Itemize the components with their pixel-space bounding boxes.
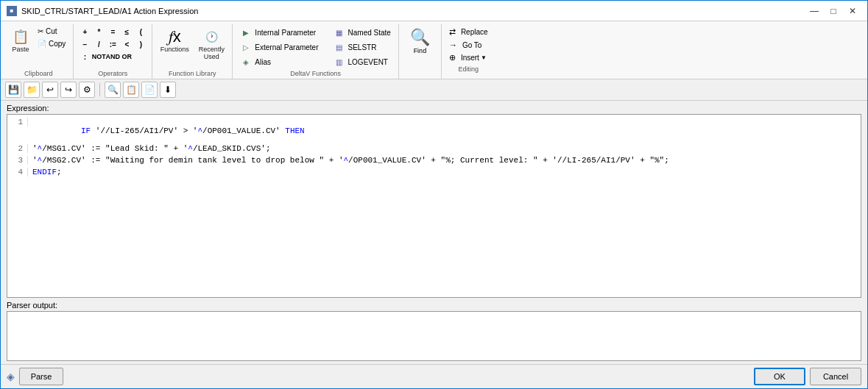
internal-param-icon: ▶ bbox=[240, 27, 252, 38]
op-lt[interactable]: < bbox=[120, 38, 133, 50]
ribbon: 📋 Paste ✂ Cut 📄 Copy Clipboard bbox=[1, 21, 867, 79]
tb2-clipboard-button[interactable]: 📋 bbox=[123, 82, 139, 98]
replace-button[interactable]: ⇄ Replace bbox=[446, 26, 491, 38]
cut-icon: ✂ bbox=[38, 27, 43, 35]
op-slash[interactable]: / bbox=[92, 38, 105, 50]
ribbon-group-deltav: ▶ Internal Parameter ▷ External Paramete… bbox=[233, 24, 399, 79]
recently-used-icon: 🕐 bbox=[202, 28, 220, 46]
insert-dropdown-arrow: ▼ bbox=[481, 54, 487, 61]
op-minus[interactable]: − bbox=[78, 38, 91, 50]
logevent-label: LOGEVENT bbox=[348, 58, 388, 66]
tb2-undo-button[interactable]: ↩ bbox=[42, 82, 58, 98]
op-plus[interactable]: + bbox=[78, 26, 91, 38]
cancel-button[interactable]: Cancel bbox=[810, 368, 861, 385]
go-to-label: Go To bbox=[462, 41, 482, 49]
ribbon-group-find: 🔍 Find bbox=[399, 24, 442, 79]
op-empty bbox=[134, 51, 147, 63]
selstr-icon: ▤ bbox=[334, 42, 345, 52]
selstr-button[interactable]: ▤ SELSTR bbox=[331, 40, 394, 54]
named-state-icon: ▦ bbox=[334, 27, 345, 38]
code-line-2: 2 '^/MSG1.CV' := "Lead Skid: " + '^/LEAD… bbox=[7, 144, 861, 156]
ribbon-group-editing: ⇄ Replace → Go To ⊕ Insert ▼ Editing bbox=[442, 24, 495, 79]
deltav-right-buttons: ▦ Named State ▤ SELSTR ▥ LOGEVENT bbox=[325, 26, 394, 68]
tb2-download-button[interactable]: ⬇ bbox=[160, 82, 176, 98]
editing-group-label: Editing bbox=[458, 65, 479, 73]
ok-button[interactable]: OK bbox=[754, 368, 805, 385]
main-window: ■ SKID_CTRL/START_LEAD/A1 Action Express… bbox=[0, 0, 868, 389]
op-star[interactable]: * bbox=[92, 26, 105, 38]
tb2-settings-button[interactable]: ⚙ bbox=[79, 82, 95, 98]
paste-button[interactable]: 📋 Paste bbox=[8, 26, 33, 55]
title-bar-left: ■ SKID_CTRL/START_LEAD/A1 Action Express… bbox=[7, 6, 198, 16]
operators-group-label: Operators bbox=[98, 70, 127, 77]
external-param-icon: ▷ bbox=[240, 42, 252, 52]
line-number-1: 1 bbox=[7, 118, 28, 126]
alias-label: Alias bbox=[255, 58, 271, 66]
op-eq[interactable]: = bbox=[106, 26, 119, 38]
title-bar: ■ SKID_CTRL/START_LEAD/A1 Action Express… bbox=[1, 1, 867, 21]
dialog-buttons: OK Cancel bbox=[754, 368, 861, 385]
insert-label: Insert bbox=[461, 54, 479, 62]
tb2-search-button[interactable]: 🔍 bbox=[105, 82, 121, 98]
tb2-doc-button[interactable]: 📄 bbox=[141, 82, 158, 98]
alias-button[interactable]: ◈ Alias bbox=[237, 55, 321, 68]
op-and[interactable]: AND bbox=[106, 51, 119, 63]
named-state-button[interactable]: ▦ Named State bbox=[331, 26, 394, 39]
tb2-save-button[interactable]: 💾 bbox=[5, 82, 21, 98]
deltav-buttons: ▶ Internal Parameter ▷ External Paramete… bbox=[237, 26, 321, 68]
close-button[interactable]: ✕ bbox=[844, 4, 861, 18]
code-line-3: 3 '^/MSG2.CV' := "Waiting for demin tank… bbox=[7, 156, 861, 168]
maximize-button[interactable]: □ bbox=[825, 4, 842, 18]
alias-icon: ◈ bbox=[240, 57, 252, 67]
op-rparen[interactable]: ) bbox=[134, 38, 147, 50]
tb2-open-button[interactable]: 📁 bbox=[24, 82, 40, 98]
op-or[interactable]: OR bbox=[120, 51, 133, 63]
bottom-bar: ◈ Parse OK Cancel bbox=[1, 364, 867, 388]
parser-output-area[interactable] bbox=[7, 311, 861, 361]
line-content-2: '^/MSG1.CV' := "Lead Skid: " + '^/LEAD_S… bbox=[32, 144, 861, 153]
copy-icon: 📄 bbox=[38, 40, 46, 48]
external-param-button[interactable]: ▷ External Parameter bbox=[237, 40, 321, 54]
recently-used-button[interactable]: 🕐 Recently Used bbox=[195, 26, 227, 63]
op-leq[interactable]: ≤ bbox=[120, 26, 133, 38]
selstr-label: SELSTR bbox=[348, 43, 377, 51]
cut-button[interactable]: ✂ Cut bbox=[35, 26, 68, 37]
op-lparen[interactable]: ( bbox=[134, 26, 147, 38]
code-area[interactable]: 1 IF '//LI-265/AI1/PV' > '^/OP001_VALUE.… bbox=[7, 115, 861, 297]
functions-label: Functions bbox=[160, 46, 189, 53]
find-button[interactable]: 🔍 Find bbox=[403, 26, 437, 57]
copy-label: Copy bbox=[49, 40, 66, 48]
operators-grid: + * = ≤ ( − / := < ) : NOT AND OR bbox=[78, 26, 147, 63]
insert-button[interactable]: ⊕ Insert ▼ bbox=[446, 51, 491, 64]
parse-button-area: ◈ Parse bbox=[7, 368, 749, 385]
find-label: Find bbox=[414, 47, 427, 54]
named-state-label: Named State bbox=[348, 29, 391, 37]
tb2-redo-button[interactable]: ↪ bbox=[60, 82, 77, 98]
bottom-icon: ◈ bbox=[7, 371, 15, 382]
ribbon-group-operators: + * = ≤ ( − / := < ) : NOT AND OR Ope bbox=[74, 24, 152, 79]
paste-label: Paste bbox=[12, 46, 29, 53]
line-content-3: '^/MSG2.CV' := "Waiting for demin tank l… bbox=[32, 156, 861, 165]
line-number-3: 3 bbox=[7, 156, 28, 165]
function-library-group-label: Function Library bbox=[169, 70, 216, 77]
op-colon[interactable]: : bbox=[78, 51, 91, 63]
copy-button[interactable]: 📄 Copy bbox=[35, 38, 68, 49]
replace-label: Replace bbox=[461, 28, 488, 36]
find-icon: 🔍 bbox=[410, 28, 430, 47]
go-to-button[interactable]: → Go To bbox=[446, 39, 491, 51]
paste-icon: 📋 bbox=[12, 28, 29, 46]
op-not[interactable]: NOT bbox=[92, 51, 105, 63]
functions-button[interactable]: 𝑓x Functions bbox=[157, 26, 192, 55]
op-assign[interactable]: := bbox=[106, 38, 119, 50]
code-line-4: 4 ENDIF; bbox=[7, 168, 861, 179]
logevent-icon: ▥ bbox=[334, 57, 345, 67]
ribbon-group-function-library: 𝑓x Functions 🕐 Recently Used Function Li… bbox=[152, 24, 233, 79]
parse-button[interactable]: Parse bbox=[19, 368, 63, 385]
line-number-2: 2 bbox=[7, 144, 28, 153]
code-editor[interactable]: 1 IF '//LI-265/AI1/PV' > '^/OP001_VALUE.… bbox=[7, 114, 861, 298]
clipboard-group-label: Clipboard bbox=[24, 70, 53, 77]
insert-icon: ⊕ bbox=[449, 53, 456, 63]
logevent-button[interactable]: ▥ LOGEVENT bbox=[331, 55, 394, 68]
internal-param-button[interactable]: ▶ Internal Parameter bbox=[237, 26, 321, 39]
minimize-button[interactable]: — bbox=[805, 4, 823, 18]
